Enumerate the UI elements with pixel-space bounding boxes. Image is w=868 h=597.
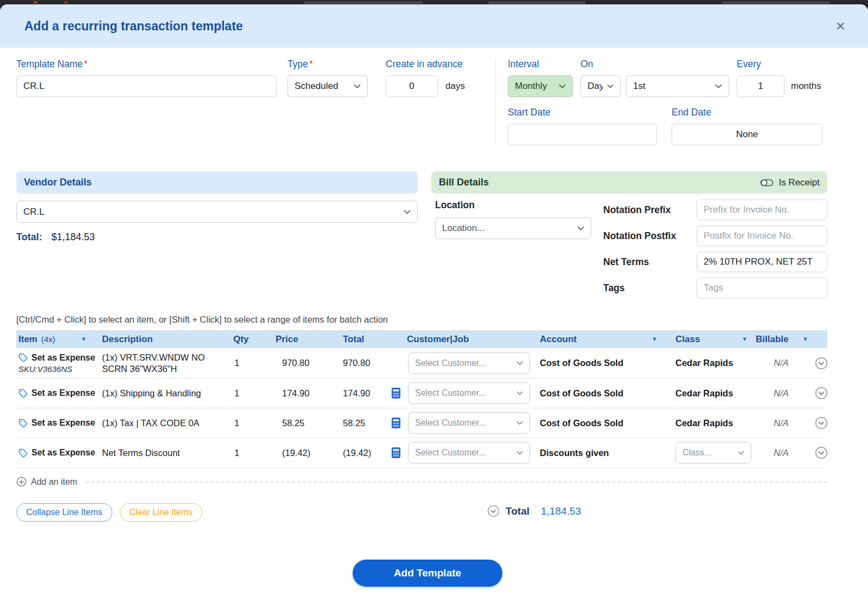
end-date-group: End Date — [672, 107, 822, 145]
chevron-down-icon — [516, 361, 523, 365]
row-expand-button[interactable] — [815, 357, 828, 370]
end-date-label: End Date — [672, 107, 822, 118]
required-asterisk: * — [84, 59, 88, 69]
template-settings-section: Template Name* Type* Scheduled Create in… — [0, 48, 868, 145]
notation-postfix-input[interactable] — [697, 226, 827, 246]
item-qty: 1 — [233, 448, 276, 458]
customer-select[interactable]: Select Customer... — [408, 382, 530, 404]
customer-select[interactable]: Select Customer... — [408, 412, 530, 434]
add-template-button[interactable]: Add Template — [353, 560, 502, 587]
item-account: Discounts given — [534, 448, 673, 458]
vendor-select-value: CR.L — [23, 207, 44, 217]
calculator-icon[interactable] — [391, 447, 401, 459]
row-expand-button[interactable] — [815, 387, 828, 400]
item-class: Cedar Rapids — [673, 358, 754, 368]
table-row: Set as Expense Net Terms Discount 1 (19.… — [16, 438, 827, 468]
circle-chevron-down-icon — [815, 446, 828, 459]
required-asterisk: * — [309, 59, 313, 69]
set-as-expense-button[interactable]: Set as Expense — [18, 418, 102, 428]
end-date-input[interactable] — [672, 124, 822, 145]
circle-chevron-down-icon — [487, 505, 500, 517]
modal-title: Add a recurring transaction template — [24, 19, 243, 34]
set-as-expense-button[interactable]: Set as Expense — [18, 388, 102, 398]
add-item-button[interactable]: Add an item — [16, 477, 77, 487]
bill-details-header: Bill Details Is Receipt — [431, 171, 827, 194]
chevron-down-icon — [738, 451, 744, 455]
tags-input[interactable] — [697, 278, 827, 298]
create-in-advance-input[interactable] — [386, 75, 438, 97]
item-qty: 1 — [233, 418, 276, 428]
close-icon[interactable]: × — [835, 18, 845, 34]
customer-select[interactable]: Select Customer... — [408, 442, 530, 464]
clear-line-items-button[interactable]: Clear Line Items — [120, 503, 203, 522]
every-group: Every months — [737, 59, 821, 97]
grand-total-label: Total — [506, 505, 529, 517]
on-ordinal-select[interactable]: 1st — [626, 75, 729, 97]
column-header-account: Account ▼ — [534, 334, 673, 345]
item-price: 970.80 — [276, 358, 339, 368]
set-as-expense-button[interactable]: Set as Expense — [18, 448, 102, 458]
item-billable: N/A — [754, 358, 808, 368]
add-recurring-transaction-modal: Add a recurring transaction template × T… — [0, 4, 868, 597]
type-select[interactable]: Scheduled — [288, 75, 368, 97]
interval-select[interactable]: Monthly — [508, 75, 573, 97]
set-as-expense-button[interactable]: Set as Expense — [18, 353, 102, 363]
customer-select-placeholder: Select Customer... — [415, 448, 486, 458]
template-name-label-text: Template Name — [16, 59, 83, 69]
item-qty: 1 — [233, 358, 276, 368]
notation-prefix-label: Notation Prefix — [603, 204, 697, 216]
dropdown-triangle-icon[interactable]: ▼ — [742, 336, 748, 342]
dropdown-triangle-icon[interactable]: ▼ — [802, 336, 808, 342]
row-expand-button[interactable] — [815, 416, 828, 429]
batch-action-hint: [Ctrl/Cmd + Click] to select an item, or… — [16, 314, 827, 325]
dropdown-triangle-icon[interactable]: ▼ — [652, 336, 658, 342]
customer-select[interactable]: Select Customer... — [408, 352, 530, 374]
vendor-details-panel: Vendor Details CR.L Total: $1,184.53 — [16, 171, 418, 304]
class-select[interactable]: Class... — [675, 442, 751, 464]
is-receipt-control[interactable]: Is Receipt — [760, 177, 820, 188]
modal-header: Add a recurring transaction template × — [0, 4, 868, 48]
customer-select-placeholder: Select Customer... — [415, 388, 486, 398]
location-label: Location — [435, 200, 598, 211]
calculator-icon — [391, 417, 401, 429]
column-header-customer-job: Customer|Job — [402, 334, 534, 345]
table-row: Set as Expense SKU:V3636NS (1x) VRT.SRV.… — [16, 348, 827, 378]
background-artifact — [34, 1, 37, 4]
notation-prefix-input[interactable] — [697, 200, 827, 220]
item-account: Cost of Goods Sold — [534, 418, 673, 428]
tag-icon — [18, 389, 28, 398]
item-billable: N/A — [754, 448, 808, 458]
tag-icon — [18, 419, 28, 428]
months-suffix: months — [791, 81, 821, 92]
net-terms-input[interactable] — [697, 252, 827, 272]
start-date-group: Start Date — [508, 107, 657, 145]
vendor-select[interactable]: CR.L — [16, 201, 418, 223]
total-collapse-button[interactable] — [487, 505, 500, 517]
on-day-select[interactable]: Day — [580, 75, 621, 97]
item-class: Cedar Rapids — [673, 388, 754, 399]
calculator-icon[interactable] — [391, 387, 401, 399]
item-total: 970.80 — [339, 358, 387, 368]
chevron-down-icon — [516, 451, 523, 455]
location-select[interactable]: Location... — [435, 217, 591, 239]
class-select-placeholder: Class... — [682, 448, 711, 458]
calculator-icon[interactable] — [391, 417, 401, 429]
chevron-down-icon — [559, 84, 566, 88]
row-expand-button[interactable] — [815, 446, 828, 459]
plus-circle-icon — [16, 477, 27, 487]
chevron-down-icon — [404, 210, 411, 214]
every-input[interactable] — [737, 75, 784, 97]
set-as-expense-label: Set as Expense — [31, 353, 95, 363]
set-as-expense-label: Set as Expense — [31, 448, 95, 458]
collapse-line-items-button[interactable]: Collapse Line Items — [16, 503, 112, 522]
create-in-advance-label: Create in advance — [386, 59, 465, 70]
set-as-expense-label: Set as Expense — [31, 418, 95, 428]
sort-triangle-icon[interactable]: ▼ — [81, 336, 87, 342]
on-group: On Day 1st — [580, 59, 729, 97]
chevron-down-icon — [516, 421, 523, 425]
column-header-class: Class ▼ — [673, 334, 754, 345]
start-date-input[interactable] — [508, 124, 657, 145]
is-receipt-label: Is Receipt — [778, 177, 820, 188]
tags-label: Tags — [603, 283, 697, 294]
template-name-input[interactable] — [16, 75, 277, 97]
